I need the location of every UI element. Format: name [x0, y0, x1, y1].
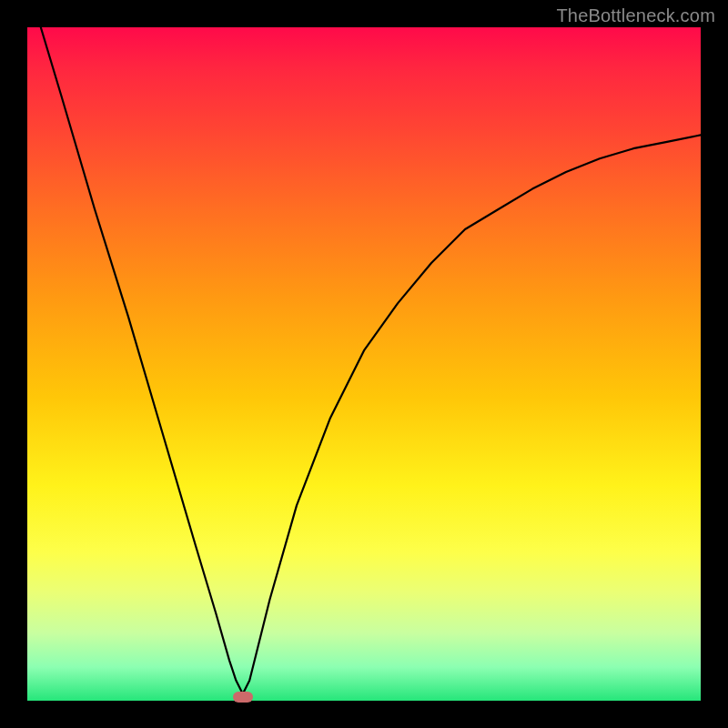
plot-area: [27, 27, 701, 701]
optimum-marker: [233, 692, 253, 703]
watermark-text: TheBottleneck.com: [556, 5, 715, 26]
chart-container: TheBottleneck.com: [0, 0, 728, 728]
bottleneck-curve: [41, 27, 701, 694]
curve-svg: [27, 27, 701, 701]
